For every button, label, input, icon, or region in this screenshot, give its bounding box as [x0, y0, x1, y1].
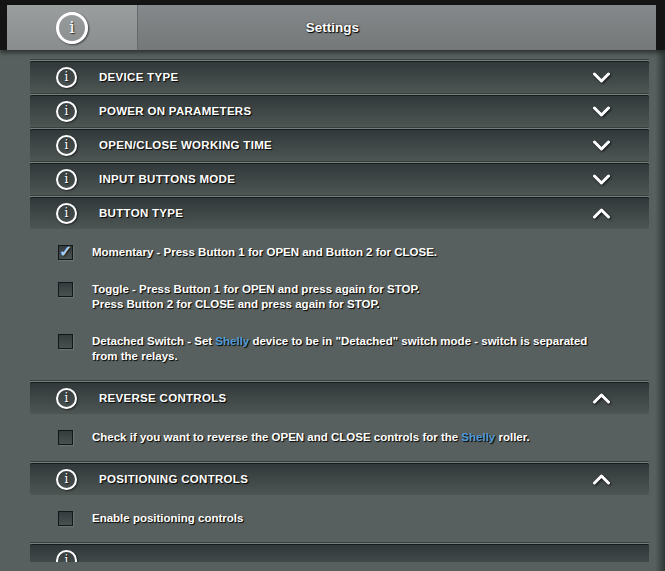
info-icon: i: [56, 388, 77, 409]
chevron-down-icon: [592, 105, 611, 118]
shelly-link[interactable]: Shelly: [461, 431, 495, 443]
header: i Settings: [0, 5, 665, 50]
accordion-section: i DEVICE TYPE: [30, 61, 649, 95]
section-header-reverse-controls[interactable]: i REVERSE CONTROLS: [30, 382, 649, 414]
section-content: ✓ Enable positioning controls: [30, 495, 649, 542]
info-icon: i: [56, 169, 77, 190]
header-info-tab[interactable]: i: [7, 5, 138, 50]
accordion-list: i DEVICE TYPE i POWER ON PARAMETERS i OP…: [30, 59, 649, 562]
chevron-up-icon: [592, 207, 611, 220]
option-label: Momentary - Press Button 1 for OPEN and …: [92, 245, 437, 260]
checkbox[interactable]: ✓: [58, 430, 73, 445]
section-content: ✓ Check if you want to reverse the OPEN …: [30, 414, 649, 461]
info-icon: i: [56, 469, 77, 490]
checkbox[interactable]: ✓: [58, 511, 73, 526]
chevron-down-icon: [592, 139, 611, 152]
accordion-section: i POWER ON PARAMETERS: [30, 95, 649, 129]
option-label: Detached Switch - Set Shelly device to b…: [92, 334, 612, 364]
chevron-down-icon: [592, 173, 611, 186]
header-title-bar: [138, 5, 656, 50]
option-label: Toggle - Press Button 1 for OPEN and pre…: [92, 282, 420, 312]
info-icon: i: [56, 67, 77, 88]
option-row[interactable]: ✓ Momentary - Press Button 1 for OPEN an…: [58, 245, 629, 260]
info-icon: i: [56, 12, 88, 44]
section-header[interactable]: i: [30, 544, 649, 562]
chevron-down-icon: [592, 71, 611, 84]
info-icon: i: [56, 550, 77, 563]
accordion-section: i OPEN/CLOSE WORKING TIME: [30, 129, 649, 163]
section-header-power-on-parameters[interactable]: i POWER ON PARAMETERS: [30, 95, 649, 127]
option-label: Enable positioning controls: [92, 511, 243, 526]
checkbox[interactable]: ✓: [58, 282, 73, 297]
option-row[interactable]: ✓ Detached Switch - Set Shelly device to…: [58, 334, 629, 364]
chevron-up-icon: [592, 392, 611, 405]
settings-screen: i Settings i DEVICE TYPE i POWER ON PARA…: [0, 0, 665, 571]
accordion-section: i REVERSE CONTROLS ✓ Check if you want t…: [30, 382, 649, 463]
section-label: OPEN/CLOSE WORKING TIME: [99, 139, 592, 151]
info-icon: i: [56, 203, 77, 224]
option-row[interactable]: ✓ Check if you want to reverse the OPEN …: [58, 430, 629, 445]
chevron-up-icon: [592, 473, 611, 486]
settings-accordion: i DEVICE TYPE i POWER ON PARAMETERS i OP…: [0, 50, 665, 562]
checkbox[interactable]: ✓: [58, 245, 73, 260]
accordion-section: i POSITIONING CONTROLS ✓ Enable position…: [30, 463, 649, 544]
option-row[interactable]: ✓ Toggle - Press Button 1 for OPEN and p…: [58, 282, 629, 312]
checkmark-icon: ✓: [59, 242, 72, 261]
section-header-input-buttons-mode[interactable]: i INPUT BUTTONS MODE: [30, 163, 649, 195]
next-section-partial: i: [30, 544, 649, 562]
shelly-link[interactable]: Shelly: [215, 335, 249, 347]
section-header-device-type[interactable]: i DEVICE TYPE: [30, 61, 649, 93]
section-label: POSITIONING CONTROLS: [99, 473, 592, 485]
section-label: INPUT BUTTONS MODE: [99, 173, 592, 185]
section-label: BUTTON TYPE: [99, 207, 592, 219]
section-label: REVERSE CONTROLS: [99, 392, 592, 404]
option-label: Check if you want to reverse the OPEN an…: [92, 430, 530, 445]
option-row[interactable]: ✓ Enable positioning controls: [58, 511, 629, 526]
info-icon: i: [56, 101, 77, 122]
accordion-section: i INPUT BUTTONS MODE: [30, 163, 649, 197]
accordion-section: i BUTTON TYPE ✓ Momentary - Press Button…: [30, 197, 649, 382]
section-header-button-type[interactable]: i BUTTON TYPE: [30, 197, 649, 229]
section-content: ✓ Momentary - Press Button 1 for OPEN an…: [30, 229, 649, 380]
section-header-positioning-controls[interactable]: i POSITIONING CONTROLS: [30, 463, 649, 495]
section-label: DEVICE TYPE: [99, 71, 592, 83]
section-label: POWER ON PARAMETERS: [99, 105, 592, 117]
info-icon: i: [56, 135, 77, 156]
section-header-open-close-working-time[interactable]: i OPEN/CLOSE WORKING TIME: [30, 129, 649, 161]
checkbox[interactable]: ✓: [58, 334, 73, 349]
